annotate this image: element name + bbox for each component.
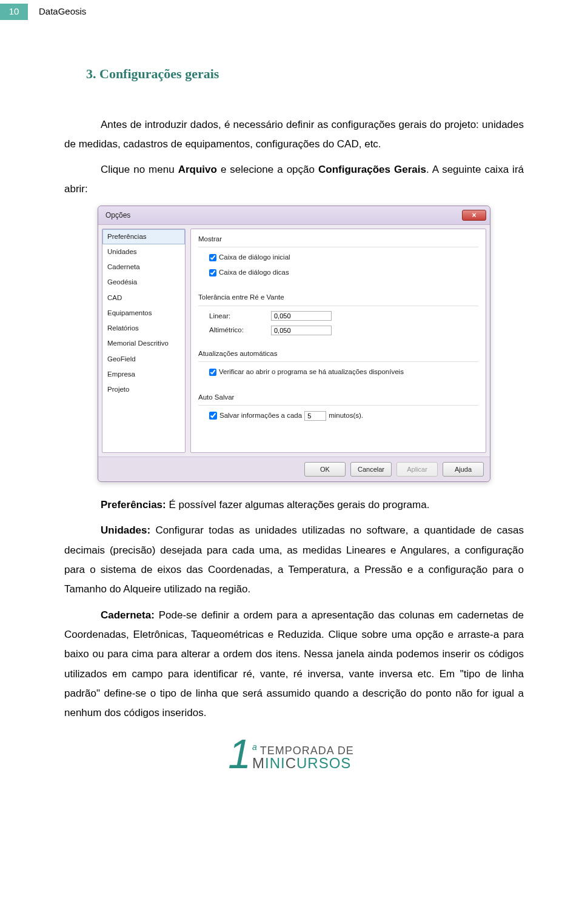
logo-numeral-icon: 1 [228, 737, 251, 770]
group-autosalvar: Auto Salvar Salvar informações a cada mi… [198, 392, 478, 423]
logo-top-text: aTEMPORADA DE [252, 743, 354, 756]
sidebar-item-empresa[interactable]: Empresa [102, 367, 185, 382]
close-button[interactable]: × [462, 210, 486, 221]
input-altimetrico[interactable] [271, 326, 332, 335]
p1-text: Antes de introduzir dados, é necessário … [64, 119, 524, 150]
p2a: Clique no menu [101, 164, 178, 175]
p4a: Unidades: [101, 524, 150, 536]
group-mostrar-title: Mostrar [198, 234, 478, 244]
label-autosalvar-post: minutos(s). [329, 410, 363, 421]
logo-ursos: URSOS [296, 755, 351, 771]
checkbox-verificar-atualizacoes[interactable] [209, 369, 216, 376]
options-sidebar: Preferências Unidades Caderneta Geodésia… [102, 229, 186, 453]
sidebar-item-geodesia[interactable]: Geodésia [102, 275, 185, 290]
options-dialog: Opções × Preferências Unidades Caderneta… [98, 206, 490, 483]
group-tolerancia: Tolerância entre Ré e Vante Linear: Alti… [198, 292, 478, 340]
sidebar-item-cad[interactable]: CAD [102, 290, 185, 306]
dialog-footer: OK Cancelar Aplicar Ajuda [98, 457, 490, 482]
p2d: Configurações Gerais [318, 164, 426, 175]
label-verificar-atualizacoes: Verificar ao abrir o programa se há atua… [219, 367, 404, 377]
label-dialogo-dicas: Caixa de diálogo dicas [219, 267, 289, 278]
logo-m: M [252, 755, 265, 771]
group-atualizacoes: Atualizações automáticas Verificar ao ab… [198, 349, 478, 384]
paragraph-caderneta: Caderneta: Pode-se definir a ordem para … [64, 606, 524, 723]
paragraph-preferencias: Preferências: É possível fazer algumas a… [64, 495, 524, 515]
checkbox-dialogo-dicas[interactable] [209, 269, 216, 276]
p3a: Preferências: [101, 499, 166, 511]
sidebar-item-preferencias[interactable]: Preferências [102, 229, 185, 244]
logo-ordinal: a [252, 742, 258, 752]
sidebar-item-equipamentos[interactable]: Equipamentos [102, 306, 185, 321]
sidebar-item-geofield[interactable]: GeoField [102, 352, 185, 367]
p5a: Caderneta: [101, 609, 155, 621]
ok-button[interactable]: OK [304, 462, 346, 477]
apply-button[interactable]: Aplicar [396, 462, 438, 477]
paragraph-2: Clique no menu Arquivo e selecione a opç… [64, 160, 524, 199]
logo-bottom-text: MINICURSOS [252, 756, 354, 771]
group-autosalvar-title: Auto Salvar [198, 392, 478, 403]
label-dialogo-inicial: Caixa de diálogo inicial [219, 252, 290, 263]
dialog-titlebar: Opções × [98, 206, 490, 225]
help-button[interactable]: Ajuda [443, 462, 484, 477]
sidebar-item-projeto[interactable]: Projeto [102, 382, 185, 397]
footer-logo: 1 aTEMPORADA DE MINICURSOS [0, 737, 582, 782]
section-title: 3. Configurações gerais [86, 64, 524, 84]
close-icon: × [472, 210, 476, 221]
sidebar-item-caderneta[interactable]: Caderneta [102, 259, 185, 275]
options-main-panel: Mostrar Caixa de diálogo inicial Caixa d… [190, 229, 486, 453]
paragraph-intro: Antes de introduzir dados, é necessário … [64, 115, 524, 155]
label-altimetrico: Altimétrico: [209, 325, 264, 335]
p2c: e selecione a opção [217, 164, 318, 175]
checkbox-autosalvar[interactable] [209, 412, 217, 420]
logo-c: C [286, 755, 296, 771]
p5b: Pode-se definir a ordem para a apresenta… [64, 609, 524, 718]
p2b: Arquivo [178, 164, 217, 175]
label-autosalvar-pre: Salvar informações a cada [219, 410, 302, 421]
sidebar-item-relatorios[interactable]: Relatórios [102, 321, 185, 336]
p3b: É possível fazer algumas alterações gera… [166, 499, 430, 511]
label-linear: Linear: [209, 311, 264, 321]
cancel-button[interactable]: Cancelar [350, 462, 392, 477]
input-autosalvar-minutos[interactable] [304, 411, 326, 421]
group-atualizacoes-title: Atualizações automáticas [198, 349, 478, 359]
page-header: 10 DataGeosis [0, 0, 582, 28]
sidebar-item-unidades[interactable]: Unidades [102, 244, 185, 259]
group-mostrar: Mostrar Caixa de diálogo inicial Caixa d… [198, 234, 478, 284]
logo-ini: INI [265, 755, 286, 771]
paragraph-unidades: Unidades: Configurar todas as unidades u… [64, 521, 524, 599]
doc-title: DataGeosis [39, 5, 86, 19]
page-number: 10 [0, 4, 28, 20]
sidebar-item-memorial[interactable]: Memorial Descritivo [102, 336, 185, 351]
checkbox-dialogo-inicial[interactable] [209, 254, 216, 261]
input-linear[interactable] [271, 311, 332, 321]
group-tolerancia-title: Tolerância entre Ré e Vante [198, 292, 478, 303]
dialog-title: Opções [105, 210, 130, 221]
